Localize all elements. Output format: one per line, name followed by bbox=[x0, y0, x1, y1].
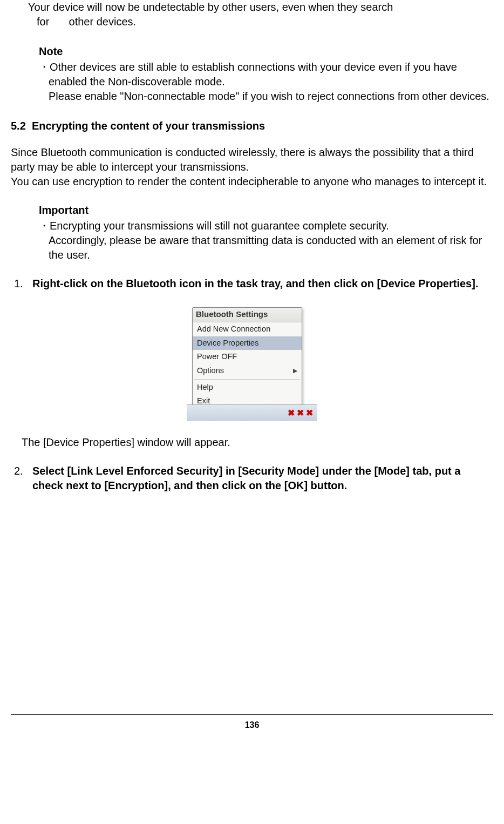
step-1-text: Right-click on the Bluetooth icon in the… bbox=[32, 276, 493, 291]
note-heading: Note bbox=[39, 44, 493, 59]
important-text: ・Encrypting your transmissions will stil… bbox=[39, 219, 493, 262]
bullet-marker: ・ bbox=[39, 220, 50, 232]
note-para2: Please enable "Non-connectable mode" if … bbox=[39, 89, 493, 104]
important-block: Important ・Encrypting your transmissions… bbox=[39, 203, 493, 262]
page-number: 136 bbox=[245, 720, 260, 730]
note-block: Note ・Other devices are still able to es… bbox=[39, 44, 493, 104]
important-heading: Important bbox=[39, 203, 493, 218]
note-para1: ・Other devices are still able to establi… bbox=[39, 60, 493, 89]
taskbar: ✖ ✖ ✖ bbox=[187, 404, 317, 421]
page-footer: 136 bbox=[11, 714, 493, 742]
tray-icon: ✖ bbox=[288, 407, 295, 419]
submenu-arrow-icon: ▶ bbox=[293, 367, 297, 375]
menu-item-power-off[interactable]: Power OFF bbox=[193, 350, 302, 364]
step-1: 1. Right-click on the Bluetooth icon in … bbox=[11, 276, 493, 291]
menu-item-device-properties[interactable]: Device Properties bbox=[193, 336, 302, 350]
step-1-number: 1. bbox=[11, 276, 32, 291]
menu-item-add-new-connection[interactable]: Add New Connection bbox=[193, 322, 302, 336]
step-2-number: 2. bbox=[11, 464, 32, 493]
menu-item-help[interactable]: Help bbox=[193, 381, 302, 395]
body-para2: You can use encryption to render the con… bbox=[11, 175, 487, 187]
section-title: Encrypting the content of your transmiss… bbox=[32, 120, 265, 132]
intro-for: for bbox=[37, 15, 66, 29]
menu-item-options[interactable]: Options▶ bbox=[193, 364, 302, 378]
important-body: Encrypting your transmissions will still… bbox=[49, 220, 482, 261]
intro-text: Your device will now be undetectable by … bbox=[11, 0, 493, 29]
note-para2-text: Please enable "Non-connectable mode" if … bbox=[49, 90, 489, 102]
section-heading: 5.2 Encrypting the content of your trans… bbox=[11, 119, 493, 133]
intro-line2: other devices. bbox=[69, 16, 137, 28]
body-para1: Since Bluetooth communication is conduct… bbox=[11, 146, 474, 173]
menu-separator bbox=[194, 379, 300, 380]
step-2-text: Select [Link Level Enforced Security] in… bbox=[32, 464, 493, 493]
after-menu-text: The [Device Properties] window will appe… bbox=[22, 435, 493, 450]
note-para1-text: Other devices are still able to establis… bbox=[49, 61, 457, 87]
menu-title: Bluetooth Settings bbox=[193, 308, 302, 322]
bullet-marker: ・ bbox=[39, 61, 50, 73]
body-para: Since Bluetooth communication is conduct… bbox=[11, 145, 493, 189]
section-number: 5.2 bbox=[11, 120, 26, 132]
tray-icon: ✖ bbox=[306, 407, 313, 419]
intro-line1: Your device will now be undetectable by … bbox=[28, 1, 393, 13]
tray-icon: ✖ bbox=[297, 407, 304, 419]
step-2: 2. Select [Link Level Enforced Security]… bbox=[11, 464, 493, 493]
context-menu: Bluetooth Settings Add New Connection De… bbox=[192, 307, 302, 409]
context-menu-screenshot: Bluetooth Settings Add New Connection De… bbox=[187, 305, 317, 421]
